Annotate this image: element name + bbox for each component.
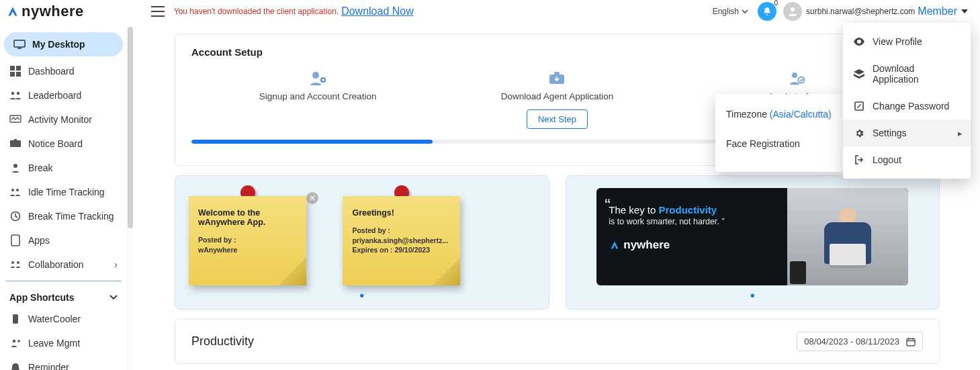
menu-download-app[interactable]: Download Application (843, 55, 971, 93)
notes-pager[interactable]: • (175, 288, 549, 304)
svg-point-16 (11, 261, 14, 264)
shortcut-label: WaterCooler (28, 314, 81, 324)
caret-down-icon (961, 9, 968, 13)
sidebar-item-break[interactable]: Break (0, 156, 127, 180)
user-avatar[interactable] (783, 2, 802, 21)
quote-sub: is to work smarter, not harder. (609, 217, 719, 226)
svg-rect-2 (10, 66, 15, 71)
sidebar-item-leaderboard[interactable]: Leaderboard (0, 83, 127, 107)
clock-icon (9, 210, 21, 222)
chevron-right-icon: › (114, 259, 118, 270)
quote-pager[interactable]: • (566, 288, 940, 304)
chevron-right-icon: ▸ (958, 128, 963, 138)
sidebar-item-label: Apps (28, 235, 50, 246)
svg-rect-4 (10, 72, 15, 77)
sidebar-separator (5, 281, 122, 281)
quote-brand: nywhere (609, 238, 775, 252)
svg-point-13 (16, 189, 19, 191)
productivity-card: Productivity 08/04/2023 - 08/11/2023 (175, 319, 940, 364)
sidebar-item-idle-time[interactable]: Idle Time Tracking (0, 180, 127, 204)
sticky-note-welcome[interactable]: ✕ Welcome to the wAnywhere App. Posted b… (189, 188, 306, 285)
posted-label: Posted by : (198, 236, 236, 244)
download-banner-text: You haven't downloaded the client applic… (174, 7, 339, 16)
signup-icon (308, 68, 327, 87)
scrollbar-thumb[interactable] (128, 27, 133, 228)
activity-icon (9, 113, 21, 126)
menu-logout[interactable]: Logout (843, 146, 971, 173)
quote-end-mark-icon: ” (721, 217, 724, 226)
shortcut-reminder[interactable]: Reminder (0, 355, 127, 370)
shortcut-watercooler[interactable]: WaterCooler (0, 307, 127, 331)
timezone-value: (Asia/Calcutta) (770, 109, 832, 120)
brand-logo: nywhere (5, 3, 84, 20)
shortcut-label: Reminder (28, 362, 69, 370)
sidebar-item-label: Idle Time Tracking (28, 187, 105, 197)
apps-icon (9, 234, 21, 246)
quote-highlight: Productivity (658, 204, 717, 216)
notice-icon (9, 138, 21, 150)
next-step-button[interactable]: Next Step (527, 109, 588, 129)
menu-change-password[interactable]: Change Password (843, 93, 971, 120)
note-title: Welcome to the wAnywhere App. (198, 208, 297, 227)
setup-step-signup: Signup and Account Creation (198, 68, 437, 101)
quote-brand-text: nywhere (623, 238, 670, 252)
layers-icon (854, 68, 864, 79)
expires-label: Expires on : (352, 246, 392, 254)
notifications-button[interactable]: 0 (758, 2, 776, 21)
chevron-down-icon (109, 295, 118, 300)
sidebar-item-label: Notice Board (28, 138, 83, 149)
app-shortcuts-heading[interactable]: App Shortcuts (0, 285, 127, 307)
break-icon (9, 162, 21, 174)
shortcut-label: Leave Mgmt (28, 338, 80, 349)
chevron-down-icon (742, 9, 748, 13)
date-range-label: 08/04/2023 - 08/11/2023 (804, 336, 899, 346)
sidebar: My Desktop Dashboard Leaderboard Activit… (0, 27, 128, 370)
sidebar-item-activity-monitor[interactable]: Activity Monitor (0, 107, 127, 132)
menu-label: Download Application (873, 63, 960, 85)
setup-step-download: Download Agent Application Next Step (437, 68, 676, 129)
close-note-button[interactable]: ✕ (306, 192, 318, 204)
sidebar-item-collaboration[interactable]: Collaboration › (0, 252, 127, 277)
leave-icon (9, 337, 21, 349)
account-setup-title: Account Setup (191, 46, 923, 58)
quote-pre: The key to (609, 204, 658, 216)
menu-label: Settings (873, 128, 907, 138)
language-select[interactable]: English (713, 7, 748, 16)
sidebar-item-label: Activity Monitor (28, 114, 92, 125)
user-dropdown-menu: View Profile Download Application Change… (843, 23, 971, 179)
submenu-face-registration[interactable]: Face Registration (715, 133, 843, 163)
svg-rect-15 (11, 235, 19, 246)
shortcut-leave-mgmt[interactable]: Leave Mgmt (0, 331, 127, 355)
submenu-timezone[interactable]: Timezone (Asia/Calcutta) (715, 103, 843, 133)
user-menu-toggle[interactable] (961, 9, 968, 13)
brand-caret-icon (609, 239, 621, 251)
svg-rect-3 (16, 66, 21, 71)
progress-fill (191, 140, 433, 144)
sidebar-scrollbar[interactable] (128, 27, 133, 370)
menu-settings[interactable]: Settings ▸ (843, 120, 971, 146)
face-registration-label: Face Registration (726, 138, 800, 149)
topbar: nywhere You haven't downloaded the clien… (0, 0, 980, 23)
productivity-title: Productivity (191, 334, 254, 349)
download-now-link[interactable]: Download Now (341, 5, 414, 17)
calendar-icon (906, 337, 916, 346)
sidebar-item-label: Break Time Tracking (28, 211, 114, 222)
menu-view-profile[interactable]: View Profile (843, 28, 971, 55)
widgets-row: ✕ Welcome to the wAnywhere App. Posted b… (175, 175, 940, 310)
svg-point-11 (13, 164, 17, 168)
hamburger-icon[interactable] (151, 6, 165, 17)
quote-panel: “ The key to Productivity is to work sma… (566, 175, 940, 310)
sidebar-item-break-time[interactable]: Break Time Tracking (0, 204, 127, 228)
person-illustration (817, 205, 878, 285)
quote-text: “ The key to Productivity is to work sma… (596, 188, 787, 285)
sticky-note-greetings[interactable]: Greetings! Posted by : priyanka.singh@sh… (343, 188, 460, 285)
sidebar-item-notice-board[interactable]: Notice Board (0, 132, 127, 156)
settings-submenu: Timezone (Asia/Calcutta) Face Registrati… (715, 94, 843, 172)
sidebar-item-dashboard[interactable]: Dashboard (0, 59, 127, 83)
leaderboard-icon (9, 89, 21, 101)
date-range-picker[interactable]: 08/04/2023 - 08/11/2023 (797, 332, 923, 351)
gear-icon (854, 128, 864, 138)
sidebar-item-apps[interactable]: Apps (0, 228, 127, 252)
menu-label: Logout (873, 154, 901, 165)
sidebar-item-my-desktop[interactable]: My Desktop (4, 32, 123, 56)
